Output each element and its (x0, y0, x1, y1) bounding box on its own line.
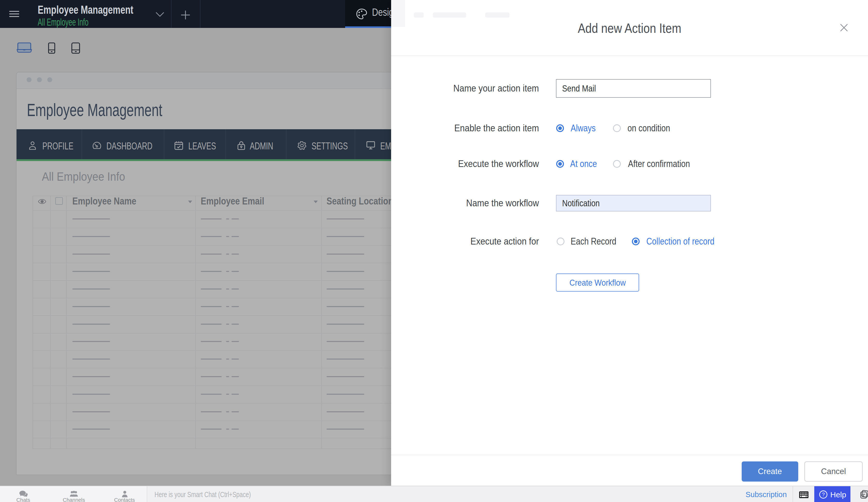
svg-text:?: ? (822, 492, 825, 498)
